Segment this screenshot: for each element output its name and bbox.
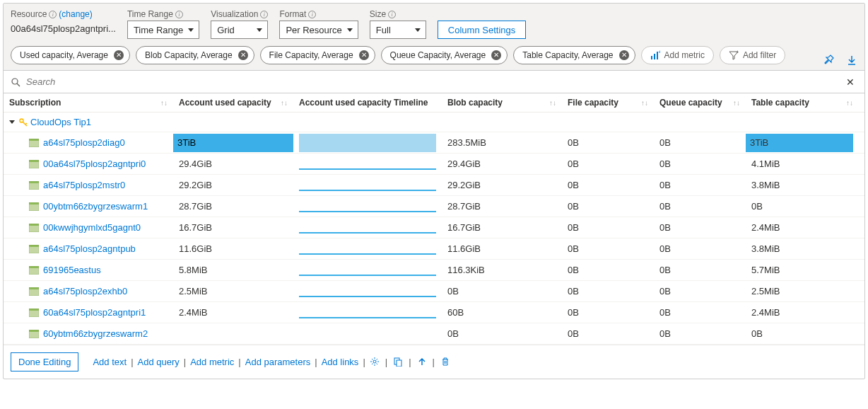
info-icon[interactable]: i <box>388 11 396 18</box>
copy-icon[interactable] <box>393 357 403 367</box>
column-settings-button[interactable]: Column Settings <box>438 21 526 39</box>
size-label: Size <box>370 9 386 19</box>
resource-link[interactable]: 691965eastus <box>43 265 101 275</box>
metric-pill[interactable]: Blob Capacity, Average✕ <box>136 46 254 64</box>
timerange-param: Time Range i Time Range <box>127 9 199 39</box>
remove-metric-icon[interactable]: ✕ <box>619 50 629 60</box>
add-metric-button[interactable]: + Add metric <box>641 46 714 64</box>
col-file-capacity[interactable]: File capacity↑↓ <box>562 93 654 112</box>
metric-pill[interactable]: Used capacity, Average✕ <box>11 46 130 64</box>
table-capacity-cell: 2.4MiB <box>751 222 780 233</box>
resource-link[interactable]: 00kwwjhgymlxd5gagnt0 <box>43 222 141 233</box>
delete-icon[interactable] <box>440 357 450 367</box>
resource-link[interactable]: 60ybtm66zbygrzeswarm2 <box>43 328 148 339</box>
blob-capacity-cell: 16.7GiB <box>447 222 481 233</box>
storage-account-icon <box>29 160 39 168</box>
pin-icon[interactable] <box>823 54 835 66</box>
svg-rect-10 <box>29 139 39 141</box>
column-settings-group: Column Settings <box>438 9 526 39</box>
add-filter-button[interactable]: + Add filter <box>720 46 785 64</box>
visualization-param: Visualization i Grid <box>211 9 268 39</box>
settings-icon[interactable] <box>370 357 380 367</box>
search-input[interactable] <box>23 74 843 90</box>
resource-name-cell: 00ybtm66zbygrzeswarm1 <box>4 196 173 217</box>
col-subscription[interactable]: Subscription↑↓ <box>4 93 173 112</box>
svg-rect-22 <box>29 224 39 226</box>
file-capacity-cell: 0B <box>568 243 579 254</box>
col-blob-capacity[interactable]: Blob capacity↑↓ <box>442 93 562 112</box>
blob-capacity-cell: 28.7GiB <box>447 201 481 212</box>
timeline-bar <box>299 317 436 318</box>
resource-link[interactable]: a64sl75plosp2exhb0 <box>43 286 127 296</box>
remove-metric-icon[interactable]: ✕ <box>359 50 369 60</box>
remove-metric-icon[interactable]: ✕ <box>238 50 248 60</box>
resource-link[interactable]: 00ybtm66zbygrzeswarm1 <box>43 201 148 212</box>
file-capacity-cell: 0B <box>568 180 579 190</box>
timeline-bar <box>299 296 436 297</box>
done-editing-button[interactable]: Done Editing <box>11 352 78 371</box>
metric-pill[interactable]: Table Capacity, Average✕ <box>513 46 635 64</box>
used-capacity-cell: 29.2GiB <box>179 180 212 190</box>
clear-search-icon[interactable]: ✕ <box>843 76 857 88</box>
change-resource-link[interactable]: (change) <box>59 9 92 19</box>
storage-account-icon <box>29 287 39 296</box>
resource-link[interactable]: a64sl75plosp2diag0 <box>43 137 125 148</box>
info-icon[interactable]: i <box>260 11 268 18</box>
col-table-capacity[interactable]: Table capacity↑↓ <box>746 93 859 112</box>
storage-account-icon <box>29 139 39 147</box>
group-name[interactable]: CloudOps Tip1 <box>30 117 91 127</box>
metric-pill[interactable]: File Capacity, Average✕ <box>260 46 375 64</box>
blob-capacity-cell: 29.2GiB <box>447 180 481 190</box>
info-icon[interactable]: i <box>308 11 316 18</box>
col-used-capacity[interactable]: Account used capacity↑↓ <box>173 93 293 112</box>
table-row: a64sl75plosp2diag03TiB283.5MiB0B0B3TiB <box>4 132 864 154</box>
table-capacity-cell: 2.5MiB <box>751 286 780 296</box>
download-icon[interactable] <box>846 54 857 66</box>
resource-link[interactable]: 60a64sl75plosp2agntpri1 <box>43 307 146 318</box>
group-row[interactable]: CloudOps Tip1 <box>4 113 864 132</box>
add-text-link[interactable]: Add text <box>93 357 127 367</box>
storage-account-icon <box>29 245 39 253</box>
search-row: ✕ <box>4 70 864 93</box>
visualization-label: Visualization <box>211 9 258 19</box>
format-label: Format <box>279 9 306 19</box>
blob-capacity-cell: 0B <box>447 328 459 339</box>
grid-body: a64sl75plosp2diag03TiB283.5MiB0B0B3TiB00… <box>4 132 864 345</box>
format-select[interactable]: Per Resource <box>279 21 358 39</box>
svg-rect-37 <box>29 330 39 332</box>
resource-link[interactable]: a64sl75plosp2mstr0 <box>43 180 125 190</box>
table-row: a64sl75plosp2mstr029.2GiB29.2GiB0B0B3.8M… <box>4 175 864 196</box>
add-links-link[interactable]: Add links <box>322 357 359 367</box>
remove-metric-icon[interactable]: ✕ <box>114 50 124 60</box>
blob-capacity-cell: 29.4GiB <box>447 159 481 169</box>
format-param: Format i Per Resource <box>279 9 358 39</box>
resource-link[interactable]: 00a64sl75plosp2agntpri0 <box>43 159 146 169</box>
blob-capacity-cell: 116.3KiB <box>447 265 485 275</box>
metric-pill-label: Used capacity, Average <box>20 50 108 60</box>
storage-account-icon <box>29 224 39 232</box>
add-metric-link[interactable]: Add metric <box>190 357 234 367</box>
remove-metric-icon[interactable]: ✕ <box>491 50 501 60</box>
info-icon[interactable]: i <box>175 11 183 18</box>
metric-pill[interactable]: Queue Capacity, Average✕ <box>381 46 508 64</box>
svg-rect-14 <box>29 162 39 168</box>
queue-capacity-cell: 0B <box>659 222 671 233</box>
queue-capacity-cell: 0B <box>659 243 671 254</box>
metric-pills-row: Used capacity, Average✕Blob Capacity, Av… <box>11 46 857 64</box>
move-up-icon[interactable] <box>417 357 427 367</box>
table-capacity-cell: 0B <box>751 328 763 339</box>
add-parameters-link[interactable]: Add parameters <box>245 357 311 367</box>
timerange-select[interactable]: Time Range <box>127 21 199 39</box>
file-capacity-cell: 0B <box>568 265 579 275</box>
svg-line-9 <box>25 123 27 125</box>
info-icon[interactable]: i <box>49 11 57 18</box>
resource-link[interactable]: a64sl75plosp2agntpub <box>43 243 136 254</box>
svg-rect-19 <box>29 202 39 204</box>
file-capacity-cell: 0B <box>568 307 579 318</box>
col-timeline[interactable]: Account used capacity Timeline <box>293 93 442 112</box>
svg-line-6 <box>17 83 20 86</box>
col-queue-capacity[interactable]: Queue capacity↑↓ <box>654 93 746 112</box>
add-query-link[interactable]: Add query <box>138 357 180 367</box>
visualization-select[interactable]: Grid <box>211 21 268 39</box>
size-select[interactable]: Full <box>370 21 426 39</box>
